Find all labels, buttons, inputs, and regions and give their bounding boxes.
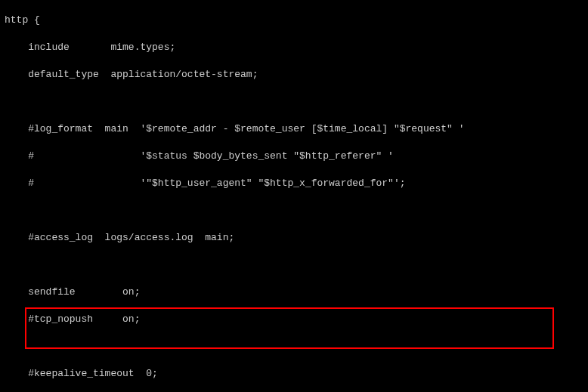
code-line: include mime.types; [5,41,588,54]
code-line: sendfile on; [5,286,588,299]
code-line [5,340,588,353]
code-line: #access_log logs/access.log main; [5,231,588,245]
code-line [5,204,588,218]
code-line: # '$status $body_bytes_sent "$http_refer… [5,150,588,163]
code-line [5,258,588,272]
code-line [5,95,588,109]
code-line: #tcp_nopush on; [5,313,588,326]
code-line: http { [5,14,588,27]
code-line: #keepalive_timeout 0; [5,367,588,381]
code-line: # '"$http_user_agent" "$http_x_forwarded… [5,177,588,190]
code-line: default_type application/octet-stream; [5,68,588,82]
code-editor: http { include mime.types; default_type … [0,0,588,392]
code-line: #log_format main '$remote_addr - $remote… [5,122,588,136]
